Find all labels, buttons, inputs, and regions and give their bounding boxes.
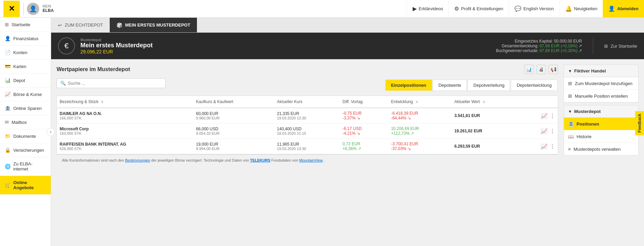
musterdepot-tab-label: MEIN ERSTES MUSTERDEPOT	[125, 22, 190, 28]
cell-wert-daimler: 3.541,61 EUR	[451, 108, 520, 124]
sidebar-item-finanzstatus[interactable]: 👤 Finanzstatus	[0, 32, 51, 46]
more-button-daimler[interactable]: ⋮	[550, 113, 555, 119]
online-sparen-label: Online Sparen	[13, 106, 42, 111]
table-header: Wertpapiere im Musterdepot 📊 🖨 📢	[57, 65, 558, 74]
nav-abmelden[interactable]: 👤 Abmelden	[603, 0, 644, 17]
col-bezeichnung[interactable]: Bezeichnung & Stück ⇅	[57, 96, 193, 108]
panel-item-historie[interactable]: 📖 Historie	[564, 130, 638, 143]
nav-neuigkeiten[interactable]: 🔔 Neuigkeiten	[559, 0, 603, 17]
fiktiver-handel-header[interactable]: ▼ Fiktiver Handel	[564, 65, 638, 77]
chart-button-daimler[interactable]: 📈	[541, 113, 548, 119]
mountainview-link[interactable]: MountainView	[299, 158, 323, 162]
nav-english[interactable]: 💬 English Version	[509, 0, 559, 17]
video-icon: ▶	[413, 5, 417, 12]
sort-icon-entwicklung: ⇅	[415, 100, 418, 104]
feedback-tab[interactable]: Feedback	[635, 111, 644, 135]
sidebar-item-versicherungen[interactable]: 🔒 Versicherungen	[0, 143, 51, 157]
document-icon: 📄	[5, 50, 11, 55]
gesamtentwicklung-label: Gesamtentwicklung:	[502, 44, 538, 48]
cell-diff-microsoft: -6,17 USD -4,21% ↘	[340, 124, 388, 139]
subtab-depotwerte[interactable]: Depotwerte	[433, 80, 467, 91]
right-panel: ▼ Fiktiver Handel ⊞ Zum Musterdepot hinz…	[564, 65, 639, 241]
search-and-subtabs-row: 🔍 Einzelpositionen Depotwerte Depotverte…	[57, 78, 558, 92]
trending-icon: 📈	[5, 92, 11, 97]
sidebar-item-online-sparen[interactable]: 🏦 Online Sparen	[0, 101, 51, 115]
sidebar-item-mailbox[interactable]: ✉ Mailbox	[0, 115, 51, 129]
versicherungen-label: Versicherungen	[13, 148, 44, 153]
more-button-microsoft[interactable]: ⋮	[550, 128, 555, 134]
depot-label-text: Musterdepot	[80, 38, 490, 42]
nav-profil[interactable]: ⚙ Profil & Einstellungen	[448, 0, 509, 17]
subtab-depotentwicklung[interactable]: Depotentwicklung	[511, 80, 557, 91]
sort-icon-wert: ⇅	[482, 100, 485, 104]
col-wert[interactable]: Aktueller Wert ⇅	[451, 96, 520, 108]
panel-item-manuell[interactable]: ⊞ Manuelle Position erstellen	[564, 90, 638, 102]
cell-wert-microsoft: 19.261,02 EUR	[451, 124, 520, 139]
subtab-einzelpositionen[interactable]: Einzelpositionen	[385, 80, 432, 91]
musterdepot-panel-title: Musterdepot	[574, 109, 601, 114]
fiktiver-handel-section: ▼ Fiktiver Handel ⊞ Zum Musterdepot hinz…	[564, 65, 639, 102]
globe-icon: 🌐	[5, 164, 11, 169]
depot-info: Musterdepot Mein erstes Musterdepot 29.0…	[80, 38, 490, 54]
tab-echtdepot[interactable]: ↩ ZUM ECHTDEPOT	[51, 18, 110, 32]
cell-aktuell-raiffeisen: 11,965 EUR 19.03.2020 13:30	[274, 139, 340, 154]
depot-value: 29.096,22 EUR	[80, 49, 490, 54]
chart-icon: 📊	[5, 78, 11, 83]
telekurs-link[interactable]: TELEKURS	[250, 158, 270, 162]
cell-diff-daimler: -0,75 EUR -3,37% ↘	[340, 108, 388, 124]
nav-erklaervideos[interactable]: ▶ Erklärvideos	[407, 0, 449, 17]
col-entwicklung[interactable]: Entwicklung ⇅	[388, 96, 452, 108]
footer-text-final: .	[324, 158, 325, 162]
subtabs: Einzelpositionen Depotwerte Depotverteil…	[385, 80, 558, 91]
sidebar-item-boerse[interactable]: 📈 Börse & Kurse	[0, 87, 51, 101]
fiktiver-handel-title: Fiktiver Handel	[574, 68, 606, 73]
card-icon: 💳	[5, 64, 11, 69]
chevron-down-icon: ▼	[568, 69, 572, 73]
depot-stats: Eingesetztes Kapital: 50.000,00 EUR Gesa…	[496, 39, 582, 53]
print-button[interactable]: 🖨	[536, 65, 546, 74]
sidebar-item-konten[interactable]: 📄 Konten	[0, 46, 51, 60]
chat-icon: 💬	[515, 5, 521, 12]
sidebar-collapse-button[interactable]: ‹	[47, 128, 55, 136]
dokumente-label: Dokumente	[13, 134, 36, 139]
export-button[interactable]: 📊	[524, 65, 534, 74]
table-title: Wertpapiere im Musterdepot	[57, 66, 130, 72]
chart-button-microsoft[interactable]: 📈	[541, 128, 548, 134]
sidebar-item-startseite[interactable]: ⊞ Startseite	[0, 18, 51, 32]
tab-musterdepot[interactable]: 🎲 MEIN ERSTES MUSTERDEPOT	[110, 18, 197, 32]
more-button-raiffeisen[interactable]: ⋮	[550, 143, 555, 150]
panel-item-hinzufuegen[interactable]: ⊞ Zum Musterdepot hinzufügen	[564, 77, 638, 90]
sort-icon-bezeichnung: ⇅	[101, 100, 104, 104]
sidebar-item-elba-internet[interactable]: 🌐 Zu ELBA-internet	[0, 157, 51, 176]
bestimmungen-link[interactable]: Bestimmungen	[125, 158, 150, 162]
chart-button-raiffeisen[interactable]: 📈	[541, 143, 548, 150]
sidebar-item-online-angebote[interactable]: 🛒 Online Angebote	[0, 176, 51, 195]
positionen-label: Positionen	[577, 121, 599, 127]
musterdepot-panel-header[interactable]: ▼ Musterdepot	[564, 105, 638, 118]
neuigkeiten-label: Neuigkeiten	[574, 6, 598, 11]
cell-entwicklung-microsoft: 10.206,69 EUR +112,73% ↗	[388, 124, 452, 139]
share-button[interactable]: 📢	[549, 65, 558, 74]
sidebar-item-depot[interactable]: 📊 Depot	[0, 73, 51, 87]
panel-item-verwalten[interactable]: ≡ Musterdepots verwalten	[564, 143, 638, 155]
person-icon: 👤	[5, 36, 11, 41]
cell-kaufkurs-daimler: 60,000 EUR 9.960,00 EUR	[193, 108, 274, 124]
sidebar-item-dokumente[interactable]: 📁 Dokumente	[0, 129, 51, 143]
shield-icon: 🔒	[5, 147, 11, 153]
search-icon: 🔍	[60, 81, 66, 86]
search-bar[interactable]: 🔍	[57, 78, 166, 88]
abmelden-label: Abmelden	[617, 6, 639, 11]
online-angebote-label: Online Angebote	[13, 180, 46, 190]
sidebar-item-karten[interactable]: 💳 Karten	[0, 60, 51, 73]
search-input[interactable]	[68, 81, 162, 86]
bell-icon: 🔔	[565, 5, 572, 12]
panel-item-positionen[interactable]: 🏦 Positionen	[564, 118, 638, 130]
user-icon: 👤	[608, 5, 615, 12]
zur-startseite-link[interactable]: ⊞ Zur Startseite	[604, 44, 637, 49]
boerse-label: Börse & Kurse	[13, 92, 42, 97]
subtab-depotverteilung[interactable]: Depotverteilung	[467, 80, 510, 91]
tabs-bar: ↩ ZUM ECHTDEPOT 🎲 MEIN ERSTES MUSTERDEPO…	[51, 18, 644, 33]
verwalten-label: Musterdepots verwalten	[573, 147, 620, 152]
bank-icon: 🏦	[5, 105, 11, 111]
cell-bezeichnung-microsoft: Microsoft Corp 150,000 STK	[57, 124, 193, 139]
